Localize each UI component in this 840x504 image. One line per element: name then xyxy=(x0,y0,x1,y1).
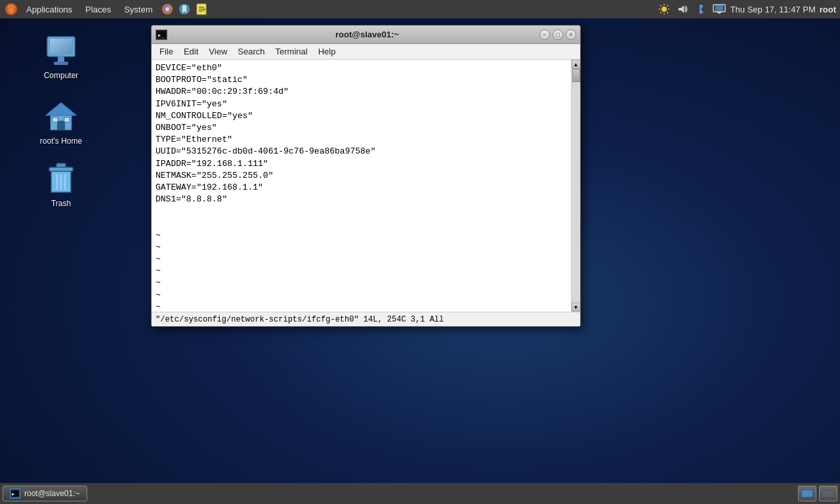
svg-line-21 xyxy=(660,12,662,14)
svg-rect-25 xyxy=(715,5,723,11)
svg-point-1 xyxy=(8,5,10,9)
apps-icon[interactable] xyxy=(4,2,18,16)
svg-rect-35 xyxy=(57,121,65,130)
desktop-icon-trash[interactable]: Trash xyxy=(32,159,91,211)
volume-icon[interactable] xyxy=(675,2,690,16)
taskbar-btn-1[interactable] xyxy=(798,486,816,501)
terminal-statusbar: "/etc/sysconfig/network-scripts/ifcfg-et… xyxy=(152,312,580,326)
top-panel: Applications Places System xyxy=(0,0,840,18)
terminal-window: ▶_ root@slave01:~ − □ × File Edit View S… xyxy=(151,25,581,327)
window-controls: − □ × xyxy=(539,30,576,40)
window-icon: ▶_ xyxy=(156,30,167,40)
display-icon[interactable] xyxy=(712,2,726,16)
bottom-panel: ▶ root@slave01:~ xyxy=(0,483,840,504)
bluetooth-icon[interactable] xyxy=(694,2,708,16)
close-button[interactable]: × xyxy=(566,30,576,40)
svg-rect-36 xyxy=(52,117,58,122)
taskbar-item[interactable]: ▶ root@slave01:~ xyxy=(3,486,87,501)
menu-search[interactable]: Search xyxy=(232,45,270,58)
desktop-icon-home[interactable]: root's Home xyxy=(32,97,91,148)
svg-point-3 xyxy=(13,6,15,9)
terminal-scrollbar: ▲ ▼ xyxy=(571,60,580,312)
menu-file[interactable]: File xyxy=(154,45,178,58)
terminal-content-wrapper: DEVICE="eth0" BOOTPROTO="static" HWADDR=… xyxy=(152,60,580,312)
window-controls-left: ▶_ xyxy=(156,30,195,40)
scroll-up-button[interactable]: ▲ xyxy=(572,60,581,69)
svg-rect-30 xyxy=(50,39,72,54)
window-title: root@slave01:~ xyxy=(195,30,539,39)
svg-line-19 xyxy=(667,12,668,14)
svg-line-20 xyxy=(667,5,668,7)
menu-terminal[interactable]: Terminal xyxy=(270,45,313,58)
svg-line-18 xyxy=(660,5,662,7)
menu-places[interactable]: Places xyxy=(80,3,116,16)
taskbar-btn-icon-2 xyxy=(822,490,834,497)
computer-icon-label: Computer xyxy=(44,71,79,80)
bookmark-icon[interactable] xyxy=(177,2,192,16)
brightness-icon[interactable] xyxy=(657,2,671,16)
home-icon-label: root's Home xyxy=(40,136,82,146)
svg-point-4 xyxy=(9,8,14,13)
svg-point-2 xyxy=(11,5,13,7)
taskbar-btn-icon-1 xyxy=(801,490,813,497)
menu-applications[interactable]: Applications xyxy=(21,3,77,16)
svg-rect-32 xyxy=(54,62,68,65)
terminal-content[interactable]: DEVICE="eth0" BOOTPROTO="static" HWADDR=… xyxy=(152,60,571,312)
edit-icon[interactable] xyxy=(194,2,209,16)
top-panel-right: Thu Sep 17, 11:47 PM root xyxy=(657,2,836,16)
svg-point-13 xyxy=(662,7,667,12)
menu-help[interactable]: Help xyxy=(313,45,341,58)
firefox-icon[interactable] xyxy=(160,2,175,16)
scroll-down-button[interactable]: ▼ xyxy=(572,303,581,312)
bottom-panel-right xyxy=(798,486,837,501)
window-menubar: File Edit View Search Terminal Help xyxy=(152,44,580,60)
menu-edit[interactable]: Edit xyxy=(178,45,203,58)
datetime-display: Thu Sep 17, 11:47 PM xyxy=(730,5,816,14)
svg-point-7 xyxy=(165,7,169,11)
taskbar-item-label: root@slave01:~ xyxy=(24,489,80,498)
svg-rect-37 xyxy=(64,117,70,122)
desktop-icon-computer[interactable]: Computer xyxy=(32,32,91,83)
svg-rect-31 xyxy=(58,56,64,62)
svg-rect-39 xyxy=(49,167,73,171)
svg-text:▶_: ▶_ xyxy=(158,33,164,38)
svg-marker-22 xyxy=(679,5,684,13)
taskbar-item-icon: ▶ xyxy=(10,488,20,499)
svg-rect-38 xyxy=(56,163,66,167)
user-display: root xyxy=(820,5,836,14)
maximize-button[interactable]: □ xyxy=(553,30,563,40)
scroll-track xyxy=(572,69,580,303)
top-panel-left: Applications Places System xyxy=(4,2,209,16)
taskbar-btn-2[interactable] xyxy=(819,486,837,501)
window-titlebar[interactable]: ▶_ root@slave01:~ − □ × xyxy=(152,26,580,44)
menu-view[interactable]: View xyxy=(203,45,232,58)
scroll-thumb[interactable] xyxy=(572,69,580,82)
svg-marker-33 xyxy=(45,102,77,116)
desktop: Computer root's Home xyxy=(0,18,840,483)
vim-status: "/etc/sysconfig/network-scripts/ifcfg-et… xyxy=(156,315,444,324)
menu-system[interactable]: System xyxy=(119,3,158,16)
trash-icon-label: Trash xyxy=(51,199,71,208)
minimize-button[interactable]: − xyxy=(539,30,550,40)
